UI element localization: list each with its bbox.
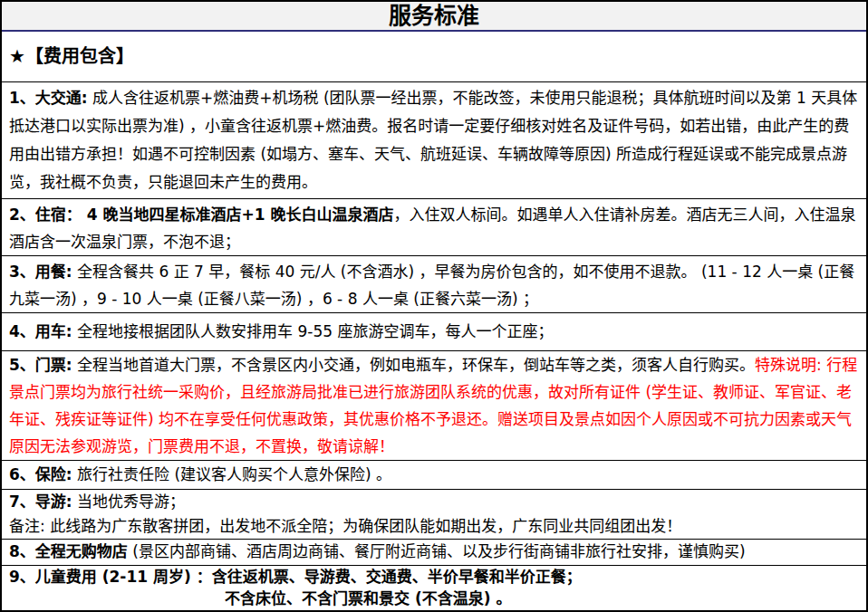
table-title: 服务标准	[2, 2, 866, 32]
row-child-fee-line1: 9、儿童费用 (2-11 周岁) ：含往返机票、导游费、交通费、半价早餐和半价正…	[9, 566, 859, 588]
row-no-shopping-text: (景区内部商铺、酒店周边商铺、餐厅附近商铺、以及步行街商铺非旅行社安排，谨慎购买…	[128, 542, 746, 560]
table-title-text: 服务标准	[389, 3, 479, 29]
section-header-text: ★【费用包含】	[9, 45, 134, 67]
row-tickets-label: 5、门票:	[9, 356, 72, 374]
row-transport: 1、大交通: 成人含往返机票+燃油费+机场税 (团队票一经出票，不能改签，未使用…	[2, 82, 866, 199]
row-guide: 7、导游: 当地优秀导游； 备注: 此线路为广东散客拼团，出发地不派全陪；为确保…	[2, 490, 866, 540]
row-guide-line: 7、导游: 当地优秀导游；	[9, 490, 859, 514]
row-insurance: 6、保险: 旅行社责任险 (建议客人购买个人意外保险) 。	[2, 461, 866, 490]
row-hotel-label: 2、住宿： 4 晚当地四星标准酒店+1 晚长白山温泉酒店	[9, 206, 393, 224]
row-tickets: 5、门票: 全程当地首道大门票，不含景区内小交通，例如电瓶车，环保车，倒站车等之…	[2, 351, 866, 461]
row-bus: 4、用车: 全程地接根据团队人数安排用车 9-55 座旅游空调车，每人一个正座；	[2, 313, 866, 351]
row-hotel: 2、住宿： 4 晚当地四星标准酒店+1 晚长白山温泉酒店，入住双人标间。如遇单人…	[2, 199, 866, 256]
service-standard-table: 服务标准 ★【费用包含】 1、大交通: 成人含往返机票+燃油费+机场税 (团队票…	[0, 0, 868, 612]
row-tickets-text: 全程当地首道大门票，不含景区内小交通，例如电瓶车，环保车，倒站车等之类，须客人自…	[72, 356, 755, 374]
row-transport-label: 1、大交通:	[9, 89, 88, 107]
row-child-fee: 9、儿童费用 (2-11 周岁) ：含往返机票、导游费、交通费、半价早餐和半价正…	[2, 566, 866, 610]
row-child-fee-line2: 不含床位、不含门票和景交 (不含温泉) 。	[9, 588, 859, 609]
row-no-shopping-label: 8、全程无购物店	[9, 542, 128, 560]
row-meals-text: 全程含餐共 6 正 7 早，餐标 40 元/人 (不含酒水) ，早餐为房价包含的…	[9, 263, 854, 308]
row-guide-text: 当地优秀导游；	[72, 492, 185, 511]
row-insurance-label: 6、保险:	[9, 465, 72, 483]
row-meals: 3、用餐: 全程含餐共 6 正 7 早，餐标 40 元/人 (不含酒水) ，早餐…	[2, 256, 866, 313]
row-guide-label: 7、导游:	[9, 492, 72, 511]
row-transport-text: 成人含往返机票+燃油费+机场税 (团队票一经出票，不能改签，未使用只能退税；具体…	[9, 89, 857, 191]
row-bus-label: 4、用车:	[9, 322, 72, 340]
row-guide-note: 备注: 此线路为广东散客拼团，出发地不派全陪；为确保团队能如期出发，广东同业共同…	[9, 514, 859, 539]
row-bus-text: 全程地接根据团队人数安排用车 9-55 座旅游空调车，每人一个正座；	[72, 322, 554, 340]
row-no-shopping: 8、全程无购物店 (景区内部商铺、酒店周边商铺、餐厅附近商铺、以及步行街商铺非旅…	[2, 540, 866, 566]
row-insurance-text: 旅行社责任险 (建议客人购买个人意外保险) 。	[72, 465, 391, 483]
row-meals-label: 3、用餐:	[9, 263, 72, 281]
section-header-fees-included: ★【费用包含】	[2, 32, 866, 82]
